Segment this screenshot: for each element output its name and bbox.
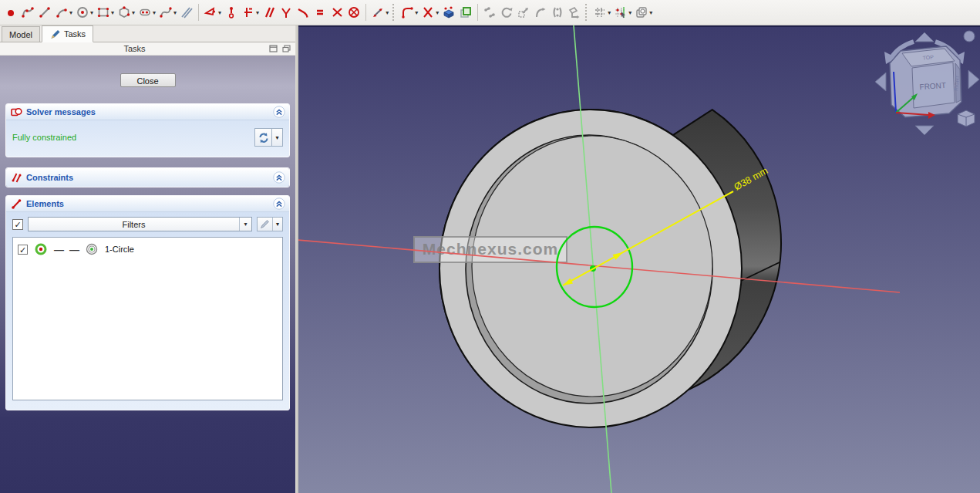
point-icon xyxy=(4,5,18,19)
coincident-icon xyxy=(204,5,217,19)
tab-tasks[interactable]: Tasks xyxy=(42,25,93,42)
constraints-icon xyxy=(10,171,22,184)
dropdown-arrow-icon[interactable]: ▾ xyxy=(436,9,439,16)
elements-icon xyxy=(10,198,22,210)
viewport-3d[interactable]: Mechnexus.com Ø38 mm xyxy=(298,25,980,493)
chevron-down-icon[interactable]: ▾ xyxy=(239,218,251,231)
element-checkbox[interactable]: ✓ xyxy=(18,245,28,255)
element-circle-gray-icon xyxy=(85,242,99,256)
dropdown-arrow-icon[interactable]: ▾ xyxy=(415,9,418,16)
construction-mode-button[interactable] xyxy=(178,2,195,23)
filter-edit-button[interactable] xyxy=(258,218,273,231)
viewport-canvas[interactable]: Mechnexus.com Ø38 mm xyxy=(298,25,980,493)
dropdown-arrow-icon[interactable]: ▾ xyxy=(132,9,135,16)
close-button[interactable]: Close xyxy=(120,73,176,87)
dropdown-arrow-icon[interactable]: ▾ xyxy=(218,9,221,16)
watermark: Mechnexus.com xyxy=(414,237,567,262)
create-point-button[interactable] xyxy=(2,2,19,23)
constraints-header[interactable]: Constraints xyxy=(6,168,289,187)
trim-button[interactable]: ▾ xyxy=(419,2,440,23)
toolbar-separator xyxy=(477,4,478,21)
dropdown-arrow-icon[interactable]: ▾ xyxy=(256,9,259,16)
filter-edit-control[interactable]: ▾ xyxy=(257,217,283,231)
constrain-parallel-button[interactable] xyxy=(261,2,278,23)
list-item[interactable]: ✓ — — 1-Circle xyxy=(13,238,282,256)
join-curves-icon xyxy=(483,5,497,19)
dropdown-arrow-icon[interactable]: ▾ xyxy=(69,9,72,16)
create-bspline-button[interactable]: ▾ xyxy=(157,2,178,23)
sketcher-toolbar: ▾ ▾ ▾ ▾ ▾ ▾ ▾ ▾ ▾ ▾ ▾ ▾ ▾ ▾ xyxy=(0,0,980,25)
create-slot-button[interactable]: ▾ xyxy=(136,2,157,23)
dropdown-arrow-icon[interactable]: ▾ xyxy=(386,9,389,16)
combo-view-tabs: Model Tasks xyxy=(0,25,295,42)
symmetry-icon xyxy=(551,5,564,19)
constrain-symmetric-button[interactable] xyxy=(328,2,345,23)
dropdown-arrow-icon[interactable]: ▾ xyxy=(111,9,114,16)
element-circle-green-icon xyxy=(34,242,48,256)
create-arc-button[interactable]: ▾ xyxy=(53,2,74,23)
construction-mode-icon xyxy=(180,5,194,19)
filter-edit-dropdown[interactable]: ▾ xyxy=(273,218,282,231)
scale-button[interactable] xyxy=(515,2,532,23)
fillet-icon xyxy=(400,5,414,19)
refresh-button[interactable] xyxy=(255,129,272,146)
collapse-chevron-icon[interactable] xyxy=(273,171,285,184)
polyline-icon xyxy=(21,5,35,19)
refresh-control[interactable]: ▾ xyxy=(254,128,283,147)
element-dash: — xyxy=(69,244,79,255)
create-circle-button[interactable]: ▾ xyxy=(74,2,95,23)
line-icon xyxy=(38,5,52,19)
toggle-grid-button[interactable]: ▾ xyxy=(591,2,612,23)
collapse-chevron-icon[interactable] xyxy=(273,106,285,118)
refresh-dropdown[interactable]: ▾ xyxy=(272,129,282,146)
toggle-snap-button[interactable]: ▾ xyxy=(612,2,633,23)
bend-button[interactable] xyxy=(532,2,549,23)
dropdown-arrow-icon[interactable]: ▾ xyxy=(173,9,177,16)
elements-title: Elements xyxy=(26,199,269,208)
elements-body: ✓ Filters ▾ ▾ ✓ xyxy=(6,212,289,410)
move-button[interactable] xyxy=(566,2,583,23)
create-rectangle-button[interactable]: ▾ xyxy=(95,2,116,23)
constrain-perpendicular-button[interactable] xyxy=(278,2,295,23)
elements-list[interactable]: ✓ — — 1-Circle xyxy=(12,237,283,400)
dimension-button[interactable]: ▾ xyxy=(369,2,390,23)
external-geometry-button[interactable] xyxy=(440,2,457,23)
dropdown-arrow-icon[interactable]: ▾ xyxy=(628,9,631,16)
constrain-equal-button[interactable] xyxy=(312,2,328,23)
float-icon[interactable] xyxy=(282,45,291,52)
tab-model[interactable]: Model xyxy=(2,26,40,42)
dropdown-arrow-icon[interactable]: ▾ xyxy=(90,9,93,16)
join-curves-button[interactable] xyxy=(481,2,498,23)
pencil-icon xyxy=(49,29,61,40)
elements-master-checkbox[interactable]: ✓ xyxy=(12,219,23,230)
edit-pencil-icon xyxy=(259,218,271,230)
toolbar-handle[interactable] xyxy=(585,4,589,21)
constrain-tangent-button[interactable] xyxy=(295,2,312,23)
constrain-coincident-button[interactable]: ▾ xyxy=(202,2,223,23)
toolbar-handle[interactable] xyxy=(392,4,396,21)
collapse-chevron-icon[interactable] xyxy=(273,198,285,210)
external-geometry-icon xyxy=(442,5,456,19)
point-on-object-icon xyxy=(224,5,238,19)
create-polygon-button[interactable]: ▾ xyxy=(116,2,136,23)
dropdown-arrow-icon[interactable]: ▾ xyxy=(608,9,611,16)
create-polyline-button[interactable] xyxy=(19,2,36,23)
carbon-copy-button[interactable] xyxy=(457,2,474,23)
trim-icon xyxy=(421,5,435,19)
rotate-button[interactable] xyxy=(498,2,515,23)
constrain-point-on-object-button[interactable] xyxy=(223,2,240,23)
elements-header[interactable]: Elements xyxy=(6,196,289,212)
create-line-button[interactable] xyxy=(36,2,53,23)
fillet-button[interactable]: ▾ xyxy=(399,2,419,23)
filters-combobox[interactable]: Filters ▾ xyxy=(28,217,252,231)
symmetry-button[interactable] xyxy=(549,2,566,23)
constrain-horizontal-vertical-button[interactable]: ▾ xyxy=(240,2,261,23)
render-order-button[interactable]: ▾ xyxy=(633,2,654,23)
navcube-freeview-dot[interactable] xyxy=(964,31,975,42)
solver-messages-title: Solver messages xyxy=(26,107,269,116)
dock-icon[interactable] xyxy=(269,45,278,52)
solver-messages-header[interactable]: Solver messages xyxy=(6,104,289,120)
dropdown-arrow-icon[interactable]: ▾ xyxy=(649,9,652,16)
dropdown-arrow-icon[interactable]: ▾ xyxy=(153,9,156,16)
constrain-block-button[interactable] xyxy=(345,2,362,23)
